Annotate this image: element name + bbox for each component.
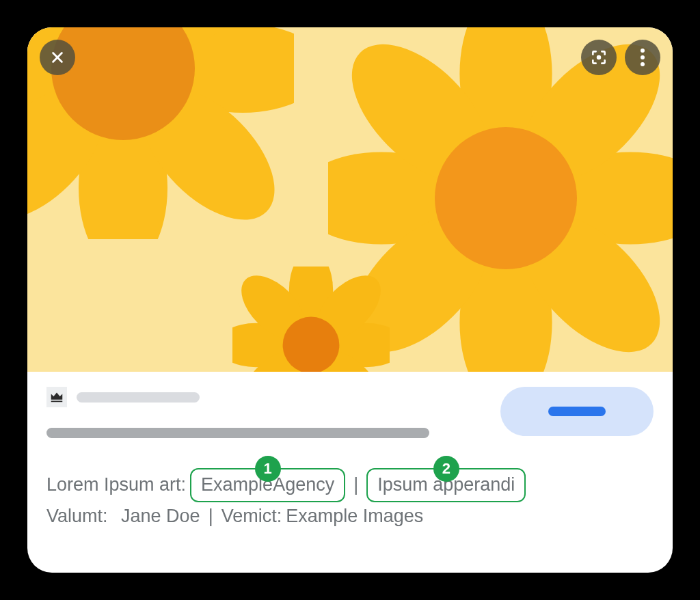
action-pill-button[interactable] (500, 387, 654, 436)
callout-chip-2: 2 Ipsum apperandi (366, 468, 526, 502)
flower-illustration (232, 267, 390, 372)
svg-point-17 (435, 127, 577, 269)
meta-label: Vemict: (221, 502, 282, 531)
source-name-placeholder (77, 392, 200, 403)
metadata-line-2: Valumt: Jane Doe | Vemict: Example Image… (46, 502, 654, 531)
close-icon (50, 50, 65, 65)
lens-icon (590, 49, 608, 66)
image-metadata: Lorem Ipsum art: 1 ExampleAgency | 2 Ips… (46, 468, 654, 531)
source-favicon (46, 387, 67, 407)
meta-label: Valumt: (46, 502, 108, 531)
meta-prefix-label: Lorem Ipsum art: (46, 471, 186, 500)
callout-chip-1: 1 ExampleAgency (190, 468, 345, 502)
callout-badge-1: 1 (255, 456, 281, 482)
meta-value: Jane Doe (121, 502, 200, 531)
svg-point-29 (597, 55, 602, 60)
meta-value: Example Images (286, 502, 423, 531)
svg-point-26 (283, 317, 340, 372)
close-button[interactable] (40, 40, 75, 75)
image-preview (27, 27, 673, 372)
metadata-line-1: Lorem Ipsum art: 1 ExampleAgency | 2 Ips… (46, 468, 654, 502)
separator: | (349, 471, 362, 500)
image-viewer-card: Lorem Ipsum art: 1 ExampleAgency | 2 Ips… (27, 27, 673, 573)
callout-badge-2: 2 (433, 456, 459, 482)
separator: | (204, 502, 217, 531)
crown-icon (49, 390, 64, 405)
lens-button[interactable] (581, 40, 617, 75)
pill-label-placeholder (548, 407, 606, 416)
title-placeholder (46, 428, 429, 438)
more-vert-icon (641, 49, 645, 66)
more-options-button[interactable] (625, 40, 660, 75)
image-info-panel: Lorem Ipsum art: 1 ExampleAgency | 2 Ips… (27, 372, 673, 531)
